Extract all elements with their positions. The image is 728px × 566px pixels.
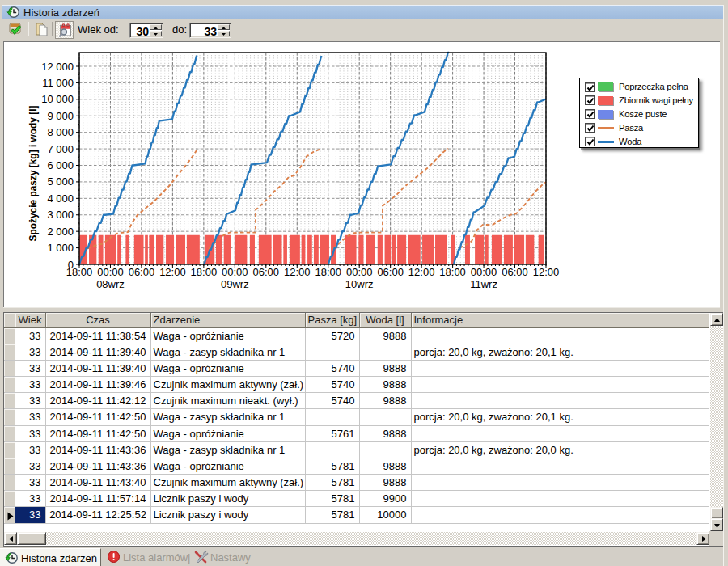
svg-text:06:00: 06:00 (377, 266, 404, 278)
svg-text:10wrz: 10wrz (345, 278, 374, 290)
svg-text:00:00: 00:00 (346, 266, 373, 278)
svg-text:00:00: 00:00 (222, 266, 248, 278)
svg-text:06:00: 06:00 (253, 266, 280, 278)
svg-text:5 000: 5 000 (47, 175, 74, 188)
svg-text:09wrz: 09wrz (221, 278, 249, 290)
svg-text:9 000: 9 000 (47, 110, 74, 122)
svg-text:18:00: 18:00 (315, 266, 341, 278)
svg-text:11 000: 11 000 (42, 77, 74, 89)
svg-text:12 000: 12 000 (41, 61, 74, 73)
svg-text:12:00: 12:00 (159, 266, 186, 278)
svg-text:8 000: 8 000 (47, 126, 74, 138)
svg-text:12:00: 12:00 (284, 266, 311, 278)
svg-text:12:00: 12:00 (408, 266, 435, 278)
svg-text:11wrz: 11wrz (470, 278, 497, 290)
svg-text:7 000: 7 000 (47, 143, 74, 155)
svg-text:12:00: 12:00 (533, 266, 560, 278)
svg-text:6 000: 6 000 (47, 159, 74, 171)
svg-text:18:00: 18:00 (66, 266, 93, 278)
svg-text:00:00: 00:00 (97, 266, 124, 278)
svg-text:1 000: 1 000 (47, 242, 74, 254)
svg-text:10 000: 10 000 (41, 93, 74, 105)
svg-text:08wrz: 08wrz (96, 278, 125, 290)
svg-text:18:00: 18:00 (191, 266, 218, 278)
svg-text:00:00: 00:00 (471, 266, 497, 278)
svg-text:3 000: 3 000 (47, 209, 74, 221)
svg-text:18:00: 18:00 (439, 266, 466, 278)
svg-text:2 000: 2 000 (47, 226, 74, 238)
svg-text:4 000: 4 000 (47, 192, 74, 205)
svg-text:06:00: 06:00 (502, 266, 528, 278)
svg-text:06:00: 06:00 (129, 266, 155, 278)
svg-text:Spożycie paszy [kg] i wody [l]: Spożycie paszy [kg] i wody [l] (28, 106, 39, 242)
